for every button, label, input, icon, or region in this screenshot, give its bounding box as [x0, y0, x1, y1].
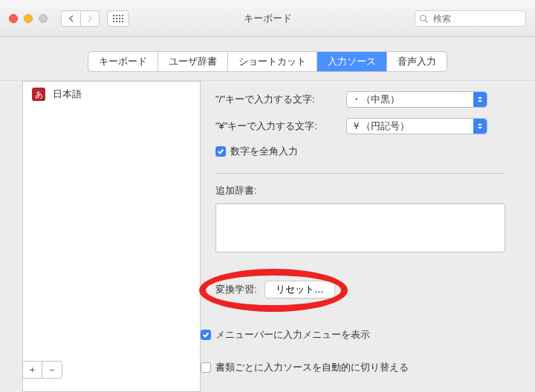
search-icon	[419, 14, 428, 23]
source-item-label: 日本語	[53, 88, 82, 101]
segmented-tabs: キーボード ユーザ辞書 ショートカット 入力ソース 音声入力	[88, 52, 447, 71]
reset-learning-button[interactable]: リセット…	[265, 281, 335, 298]
learning-reset-row: 変換学習: リセット…	[215, 281, 505, 298]
check-icon	[202, 331, 210, 339]
remove-source-button[interactable]: −	[42, 362, 62, 378]
chevron-right-icon	[87, 15, 93, 22]
search-input[interactable]	[415, 10, 526, 27]
slash-key-label: "/"キーで入力する文字:	[215, 93, 342, 106]
show-input-menu-checkbox[interactable]	[201, 330, 211, 340]
show-all-button[interactable]	[107, 10, 129, 27]
divider	[215, 173, 505, 174]
extra-dictionary-section: 追加辞書:	[215, 184, 505, 252]
back-button[interactable]	[61, 10, 80, 27]
search-wrap	[415, 10, 526, 27]
updown-arrows-icon	[473, 92, 487, 107]
learning-label: 変換学習:	[215, 283, 257, 296]
zoom-window-button[interactable]	[39, 14, 48, 23]
footer: ＋ − メニューバーに入力メニューを表示 書類ごとに入力ソースを自動的に切り替え…	[22, 361, 513, 379]
minimize-window-button[interactable]	[24, 14, 33, 23]
titlebar: キーボード	[0, 0, 535, 37]
tab-input-sources[interactable]: 入力ソース	[317, 52, 387, 71]
forward-button[interactable]	[80, 10, 100, 27]
svg-point-0	[421, 15, 427, 21]
content-area: あ 日本語 "/"キーで入力する文字: ・（中黒） "¥"キーで入力する文字: …	[0, 81, 535, 392]
tab-user-dictionary[interactable]: ユーザ辞書	[158, 52, 228, 71]
dropdown-value: ￥（円記号）	[351, 120, 409, 133]
dropdown-value: ・（中黒）	[351, 93, 400, 106]
add-source-button[interactable]: ＋	[23, 362, 42, 378]
fullwidth-digits-label: 数字を全角入力	[230, 145, 298, 158]
close-window-button[interactable]	[9, 14, 18, 23]
fullwidth-digits-checkbox[interactable]	[215, 146, 226, 157]
show-input-menu-label: メニューバーに入力メニューを表示	[215, 328, 370, 342]
add-remove-buttons: ＋ −	[22, 361, 62, 379]
tab-dictation[interactable]: 音声入力	[387, 52, 447, 71]
input-source-list[interactable]: あ 日本語	[22, 81, 201, 392]
updown-arrows-icon	[473, 119, 487, 134]
nav-buttons	[61, 10, 100, 27]
yen-key-dropdown[interactable]: ￥（円記号）	[346, 118, 487, 134]
preferences-window: キーボード キーボード ユーザ辞書 ショートカット 入力ソース 音声入力 あ 日…	[0, 0, 535, 392]
extra-dictionary-list[interactable]	[215, 203, 505, 252]
tab-shortcuts[interactable]: ショートカット	[228, 52, 317, 71]
tab-bar: キーボード ユーザ辞書 ショートカット 入力ソース 音声入力	[0, 37, 535, 81]
auto-switch-label: 書類ごとに入力ソースを自動的に切り替える	[215, 361, 409, 374]
window-controls	[9, 14, 48, 23]
yen-key-label: "¥"キーで入力する文字:	[215, 120, 342, 133]
extra-dictionary-label: 追加辞書:	[215, 185, 257, 196]
slash-key-dropdown[interactable]: ・（中黒）	[346, 91, 487, 108]
japanese-hiragana-icon: あ	[32, 88, 45, 101]
chevron-left-icon	[68, 15, 74, 22]
svg-line-1	[425, 20, 427, 22]
tab-keyboard[interactable]: キーボード	[88, 52, 158, 71]
check-icon	[217, 148, 224, 155]
grid-icon	[113, 15, 123, 22]
auto-switch-checkbox[interactable]	[201, 362, 211, 373]
source-item-japanese[interactable]: あ 日本語	[23, 82, 200, 108]
